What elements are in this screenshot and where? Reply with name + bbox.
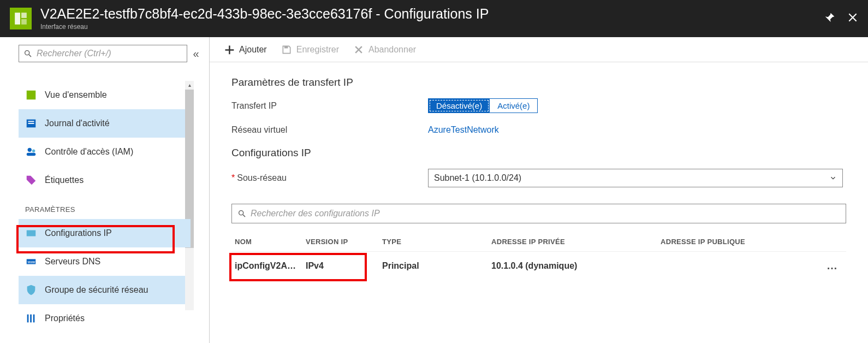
resource-icon (10, 8, 32, 29)
sidebar-item-label: Étiquettes (45, 175, 84, 185)
button-label: Abandonner (368, 45, 416, 55)
blade-header: V2AE2E2-testfb7c8bf4-ec2d-433b-98ec-3e3c… (0, 0, 868, 37)
collapse-sidebar-button[interactable]: « (187, 48, 205, 60)
vnet-label: Réseau virtuel (231, 125, 428, 135)
col-type[interactable]: TYPE (379, 232, 488, 252)
col-private-ip[interactable]: ADRESSE IP PRIVÉE (488, 232, 657, 252)
ip-forward-toggle[interactable]: Désactivé(e) Activé(e) (428, 98, 538, 113)
svg-point-3 (25, 51, 29, 55)
sidebar-item-label: Propriétés (45, 314, 85, 323)
svg-rect-5 (27, 91, 36, 100)
cell-name: ipConfigV2A… (231, 252, 302, 280)
vnet-link[interactable]: AzureTestNetwork (428, 125, 499, 135)
main-pane: Ajouter Enregistrer Abandonner Paramètre… (210, 37, 868, 343)
section-ip-config-title: Configurations IP (231, 147, 846, 159)
search-icon (23, 49, 32, 58)
ip-forward-label: Transfert IP (231, 101, 428, 111)
close-icon[interactable] (847, 12, 858, 25)
toggle-enabled-option[interactable]: Activé(e) (490, 99, 537, 113)
col-ipver[interactable]: VERSION IP (302, 232, 379, 252)
svg-rect-16 (30, 315, 32, 323)
sidebar-search-placeholder: Rechercher (Ctrl+/) (37, 49, 111, 58)
svg-rect-7 (28, 121, 34, 122)
shield-icon (25, 284, 37, 296)
sidebar-item-ip-configurations[interactable]: Configurations IP (19, 219, 191, 247)
svg-rect-17 (33, 315, 35, 323)
svg-text:www: www (27, 260, 35, 264)
sidebar-item-label: Serveurs DNS (45, 257, 100, 267)
pin-icon[interactable] (824, 12, 835, 25)
cell-type: Principal (379, 252, 488, 280)
overview-icon (25, 89, 37, 101)
command-bar: Ajouter Enregistrer Abandonner (210, 37, 868, 62)
sidebar-item-nsg[interactable]: Groupe de sécurité réseau (19, 276, 191, 304)
sidebar-item-tags[interactable]: Étiquettes (19, 166, 191, 194)
sidebar-item-properties[interactable]: Propriétés (19, 304, 191, 333)
svg-rect-0 (15, 13, 20, 25)
sidebar: Rechercher (Ctrl+/) « ▴ Vue d'ensemble J… (0, 37, 210, 343)
subnet-select[interactable]: Subnet-1 (10.1.0.0/24) (428, 169, 843, 187)
svg-rect-1 (21, 13, 27, 18)
sidebar-item-activity-log[interactable]: Journal d'activité (19, 109, 191, 138)
svg-rect-15 (27, 315, 29, 323)
dns-icon: www (25, 256, 37, 268)
cell-public-ip (657, 252, 819, 280)
cell-private-ip: 10.1.0.4 (dynamique) (488, 252, 657, 280)
svg-line-20 (243, 215, 245, 217)
search-icon (237, 209, 246, 218)
table-row[interactable]: ipConfigV2A… IPv4 Principal 10.1.0.4 (dy… (231, 252, 846, 280)
sidebar-item-overview[interactable]: Vue d'ensemble (19, 81, 191, 109)
ip-config-search-input[interactable]: Rechercher des configurations IP (231, 204, 846, 223)
iam-icon (25, 146, 37, 158)
sidebar-item-label: Configurations IP (45, 228, 112, 238)
svg-point-10 (32, 149, 35, 152)
save-icon (281, 44, 292, 55)
save-button: Enregistrer (281, 44, 339, 55)
discard-button: Abandonner (353, 44, 416, 55)
discard-icon (353, 44, 364, 55)
section-ip-forwarding-title: Paramètres de transfert IP (231, 76, 846, 88)
properties-icon (25, 312, 37, 324)
sidebar-item-iam[interactable]: Contrôle d'accès (IAM) (19, 138, 191, 166)
plus-icon (224, 44, 235, 55)
toggle-disabled-option[interactable]: Désactivé(e) (429, 99, 490, 113)
col-public-ip[interactable]: ADRESSE IP PUBLIQUE (657, 232, 819, 252)
activity-log-icon (25, 117, 37, 129)
subnet-label: *Sous-réseau (231, 173, 428, 183)
svg-point-9 (28, 148, 32, 152)
subnet-label-text: Sous-réseau (237, 173, 287, 182)
svg-rect-8 (28, 123, 34, 124)
ip-config-search-placeholder: Rechercher des configurations IP (251, 209, 380, 218)
ip-config-table: NOM VERSION IP TYPE ADRESSE IP PRIVÉE AD… (231, 232, 846, 280)
sidebar-item-dns[interactable]: www Serveurs DNS (19, 247, 191, 276)
button-label: Ajouter (239, 45, 267, 55)
sidebar-search-input[interactable]: Rechercher (Ctrl+/) (19, 45, 187, 62)
scroll-up-arrow[interactable]: ▴ (185, 81, 194, 90)
svg-point-19 (239, 211, 243, 215)
ip-config-icon (25, 227, 37, 239)
sidebar-item-label: Journal d'activité (45, 119, 110, 128)
cell-ipver: IPv4 (302, 252, 379, 280)
sidebar-item-label: Contrôle d'accès (IAM) (45, 147, 133, 157)
svg-rect-2 (21, 19, 27, 25)
svg-rect-18 (284, 46, 288, 48)
row-context-menu-button[interactable]: … (819, 252, 846, 280)
sidebar-item-label: Groupe de sécurité réseau (45, 285, 148, 295)
button-label: Enregistrer (296, 45, 339, 55)
blade-subtitle: Interface réseau (40, 23, 824, 31)
blade-title: V2AE2E2-testfb7c8bf4-ec2d-433b-98ec-3e3c… (40, 7, 824, 21)
sidebar-group-settings: Paramètres (25, 205, 191, 214)
col-name[interactable]: NOM (231, 232, 302, 252)
add-button[interactable]: Ajouter (224, 44, 267, 55)
sidebar-item-label: Vue d'ensemble (45, 90, 107, 100)
chevron-down-icon (829, 174, 837, 182)
svg-rect-12 (27, 230, 36, 236)
tags-icon (25, 174, 37, 186)
subnet-value: Subnet-1 (10.1.0.0/24) (434, 173, 521, 183)
svg-rect-11 (27, 153, 36, 156)
svg-line-4 (29, 55, 31, 57)
